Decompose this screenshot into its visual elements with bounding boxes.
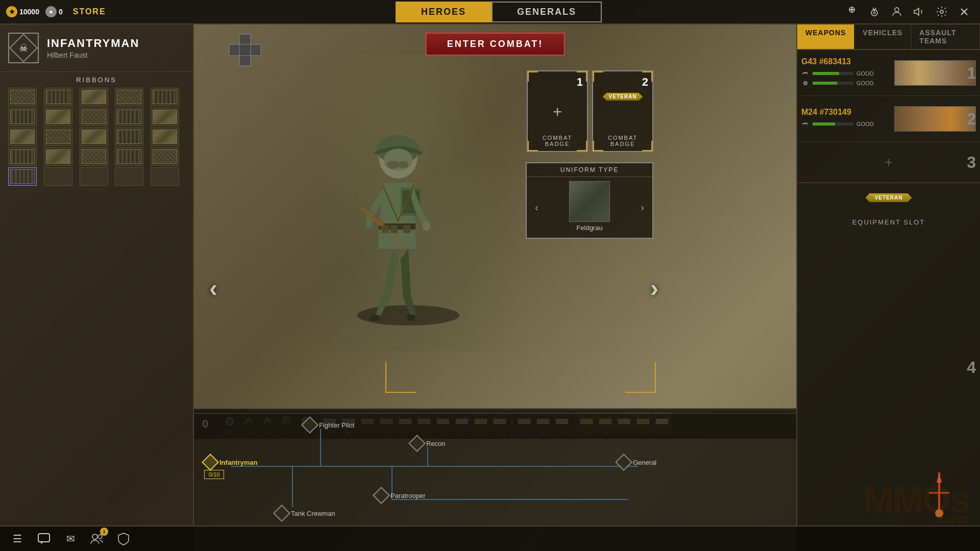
weapon-1-info: G43 #683413 GOOD bbox=[801, 57, 890, 89]
ribbon-18[interactable] bbox=[80, 147, 108, 166]
skill-label-recon: Recon bbox=[426, 440, 446, 447]
ribbon-3[interactable] bbox=[80, 88, 108, 106]
sound-icon[interactable] bbox=[912, 4, 927, 19]
corner-bl bbox=[528, 141, 538, 151]
close-icon[interactable] bbox=[957, 4, 972, 19]
weapon-slot-4-number: 4 bbox=[967, 358, 976, 377]
badge-slot-1[interactable]: 1 + COMBAT BADGE bbox=[527, 70, 588, 152]
ribbon-6[interactable] bbox=[8, 108, 37, 126]
sword-decoration bbox=[919, 467, 960, 531]
weapon-slot-4[interactable]: VETERAN EQUIPMENT SLOT 4 bbox=[797, 183, 980, 551]
skill-node-general[interactable]: General bbox=[618, 456, 656, 468]
ribbon-12[interactable] bbox=[44, 128, 72, 146]
skill-node-recon[interactable]: Recon bbox=[411, 437, 446, 449]
ribbon-15[interactable] bbox=[151, 128, 179, 146]
veteran-tag-badge2: VETERAN bbox=[603, 93, 643, 101]
ribbon-8[interactable] bbox=[80, 108, 108, 126]
weapon-slot-3[interactable]: + 3 bbox=[797, 142, 980, 183]
svg-point-47 bbox=[92, 534, 97, 539]
ribbon-10[interactable] bbox=[151, 108, 179, 126]
currency-silver-group: ● 0 bbox=[45, 6, 63, 17]
svg-line-41 bbox=[807, 124, 808, 125]
veteran-tag-slot4: VETERAN bbox=[866, 193, 912, 202]
center-area: ENTER COMBAT! bbox=[194, 24, 796, 551]
tab-generals[interactable]: GENERALS bbox=[492, 2, 602, 22]
uniform-prev-button[interactable]: ‹ bbox=[531, 199, 543, 215]
ribbon-4[interactable] bbox=[115, 88, 143, 106]
ribbon-16[interactable] bbox=[8, 147, 37, 166]
ribbon-2[interactable] bbox=[44, 88, 72, 106]
ribbon-23[interactable] bbox=[80, 167, 108, 186]
right-panel: WEAPONS VEHICLES ASSAULT TEAMS G43 #6834… bbox=[796, 24, 980, 551]
skill-label-tank-crewman: Tank Crewman bbox=[291, 510, 335, 517]
ribbon-1[interactable] bbox=[8, 88, 37, 106]
soldier-figure bbox=[296, 55, 521, 351]
medal-icon[interactable] bbox=[867, 4, 882, 19]
ribbons-section: RIBBONS bbox=[0, 72, 193, 190]
skill-diamond-recon bbox=[408, 435, 426, 452]
chat-button[interactable] bbox=[35, 530, 53, 548]
weapon-1-stat2-row: GOOD bbox=[801, 79, 890, 87]
squad-badge: 1 bbox=[100, 528, 108, 536]
ribbon-19[interactable] bbox=[115, 147, 143, 166]
squad-button[interactable]: 1 bbox=[88, 530, 106, 548]
mail-button[interactable]: ✉ bbox=[61, 530, 80, 548]
corner-tr-2 bbox=[642, 71, 652, 82]
weapon-1-name: G43 #683413 bbox=[801, 57, 890, 66]
ribbon-14[interactable] bbox=[115, 128, 143, 146]
skill-label-infantryman: Infantryman bbox=[219, 459, 257, 466]
uniform-next-button[interactable]: › bbox=[636, 199, 648, 215]
shield-button[interactable] bbox=[114, 530, 133, 548]
main-content: ☠ INFANTRYMAN Hilbert Faust RIBBONS bbox=[0, 24, 980, 551]
battle-icon[interactable] bbox=[844, 4, 860, 19]
svg-marker-44 bbox=[937, 472, 942, 483]
gold-icon: ★ bbox=[6, 6, 17, 17]
ribbon-21[interactable] bbox=[8, 167, 37, 186]
store-button[interactable]: STORE bbox=[69, 7, 110, 16]
ribbon-20[interactable] bbox=[151, 147, 179, 166]
ribbon-17[interactable] bbox=[44, 147, 72, 166]
badge-plus-icon-1: + bbox=[553, 103, 562, 121]
weapon-2-stat1-label: GOOD bbox=[856, 121, 874, 127]
weapon-slot-1-number: 1 bbox=[967, 63, 976, 82]
ribbon-11[interactable] bbox=[8, 128, 37, 146]
profile-icon[interactable] bbox=[889, 4, 904, 19]
weapon-2-stat1-row: GOOD bbox=[801, 120, 890, 128]
svg-point-1 bbox=[851, 9, 853, 11]
ribbon-7[interactable] bbox=[44, 108, 72, 126]
settings-icon[interactable] bbox=[934, 4, 949, 19]
char-next-button[interactable]: › bbox=[650, 274, 658, 302]
svg-line-36 bbox=[807, 73, 808, 74]
ribbon-24[interactable] bbox=[115, 167, 143, 186]
hero-info: INFANTRYMAN Hilbert Faust bbox=[47, 37, 139, 59]
ribbon-5[interactable] bbox=[151, 88, 179, 106]
weapon-2-info: M24 #730149 GOOD bbox=[801, 108, 890, 130]
skill-diamond-infantryman bbox=[202, 454, 219, 471]
tab-heroes[interactable]: HEROES bbox=[396, 2, 492, 22]
ribbon-13[interactable] bbox=[80, 128, 108, 146]
svg-point-24 bbox=[422, 221, 430, 231]
ribbon-22[interactable] bbox=[44, 167, 72, 186]
char-prev-button[interactable]: ‹ bbox=[209, 274, 217, 302]
top-bar-right bbox=[844, 4, 980, 19]
enter-combat-button[interactable]: ENTER COMBAT! bbox=[426, 33, 565, 56]
silver-amount: 0 bbox=[59, 8, 63, 16]
weapon-slot-2[interactable]: M24 #730149 GOOD 2 bbox=[797, 96, 980, 142]
tab-assault-teams[interactable]: ASSAULT TEAMS bbox=[911, 24, 980, 49]
skill-node-fighter-pilot[interactable]: Fighter Pilot bbox=[304, 419, 354, 431]
badge-slots: 1 + COMBAT BADGE 2 VETERAN COMBAT BADGE bbox=[527, 70, 653, 152]
ribbon-9[interactable] bbox=[115, 108, 143, 126]
skill-node-infantryman[interactable]: Infantryman bbox=[204, 456, 257, 468]
infantry-xp-box: 0/10 bbox=[204, 470, 224, 479]
german-cross-icon bbox=[225, 30, 265, 70]
badge-slot-2[interactable]: 2 VETERAN COMBAT BADGE bbox=[592, 70, 653, 152]
skill-diamond-fighter-pilot bbox=[301, 416, 318, 434]
tab-weapons[interactable]: WEAPONS bbox=[797, 24, 854, 49]
svg-point-21 bbox=[384, 148, 412, 171]
skill-node-paratrooper[interactable]: Paratrooper bbox=[375, 489, 426, 502]
weapon-slot-1[interactable]: G43 #683413 GOOD bbox=[797, 50, 980, 96]
tab-vehicles[interactable]: VEHICLES bbox=[854, 24, 911, 49]
ribbon-25[interactable] bbox=[151, 167, 179, 186]
menu-button[interactable]: ☰ bbox=[8, 530, 27, 548]
skill-node-tank-crewman[interactable]: Tank Crewman bbox=[276, 507, 335, 519]
